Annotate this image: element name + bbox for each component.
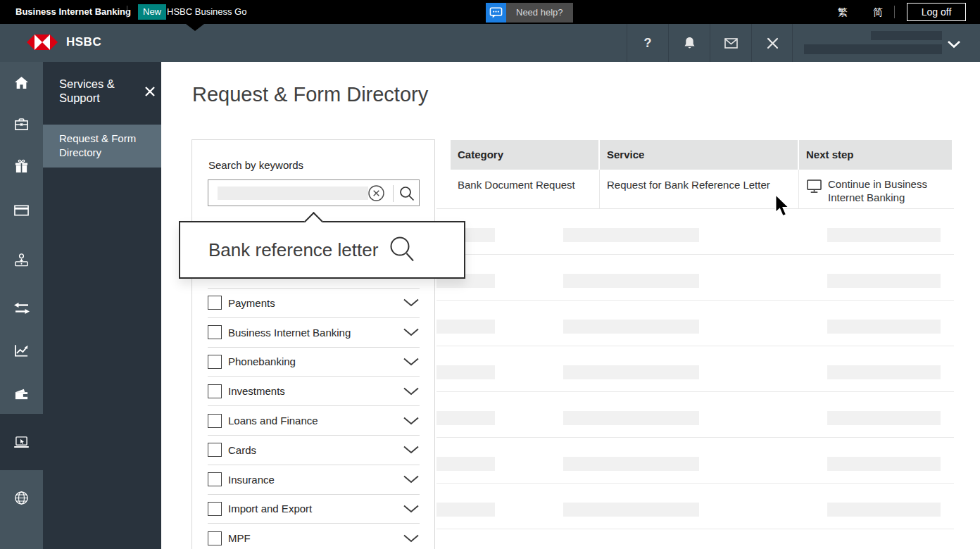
checkbox[interactable] (208, 443, 222, 457)
lang-simplified-chinese[interactable]: 简 (873, 0, 883, 24)
tools-icon (767, 37, 779, 49)
search-input[interactable] (208, 179, 420, 206)
checkbox[interactable] (208, 414, 222, 428)
chevron-down-icon[interactable] (403, 534, 420, 543)
cell-next-step: Continue in Business Internet Banking (799, 170, 952, 208)
bell-icon (684, 37, 696, 49)
column-header-next-step[interactable]: Next step (799, 140, 952, 170)
filter-row-import-and-export[interactable]: Import and Export (208, 494, 420, 524)
clear-search-button[interactable] (367, 184, 385, 205)
active-product-caret (186, 24, 204, 31)
rail-item-global[interactable] (0, 477, 43, 518)
skeleton-bar (563, 228, 699, 242)
account-number-placeholder (804, 44, 942, 54)
column-header-service[interactable]: Service (600, 140, 798, 170)
chevron-down-icon (947, 39, 961, 51)
chevron-down-icon[interactable] (403, 298, 420, 307)
next-step-link[interactable]: Continue in Business Internet Banking (828, 177, 938, 204)
rail-item-offers[interactable] (0, 146, 43, 187)
skeleton-bar (563, 365, 699, 379)
home-icon (14, 76, 29, 89)
rail-item-transfers[interactable] (0, 288, 43, 329)
search-value-placeholder (218, 187, 368, 200)
need-help-button[interactable]: Need help? (486, 3, 573, 23)
skeleton-bar (436, 365, 495, 379)
mouse-cursor (774, 194, 796, 220)
skeleton-bar (436, 411, 495, 425)
search-icon (398, 185, 415, 202)
need-help-label: Need help? (506, 3, 573, 23)
filter-row-investments[interactable]: Investments (208, 376, 420, 405)
rail-item-cheques[interactable] (0, 374, 43, 415)
checkbox[interactable] (208, 384, 222, 398)
filter-row-payments[interactable]: Payments (208, 288, 420, 317)
help-button[interactable]: ? (627, 24, 668, 62)
rail-item-service-requests[interactable] (0, 414, 43, 470)
messages-button[interactable] (710, 24, 751, 62)
hsbc-wordmark: HSBC (66, 35, 101, 49)
sidebar-item-request-form-directory[interactable]: Request & Form Directory (43, 125, 161, 168)
chevron-down-icon[interactable] (403, 328, 420, 336)
chat-bubble-icon (486, 3, 506, 23)
gift-icon (14, 159, 29, 174)
hsbc-business-go-link[interactable]: HSBC Business Go (167, 0, 246, 24)
filter-row-phonebanking[interactable]: Phonebanking (208, 347, 420, 377)
chevron-down-icon[interactable] (403, 505, 420, 513)
skeleton-bar (563, 274, 699, 288)
log-off-button[interactable]: Log off (907, 3, 966, 21)
chevron-down-icon[interactable] (403, 446, 420, 454)
filter-label: Import and Export (228, 503, 312, 515)
rail-item-cards[interactable] (0, 190, 43, 231)
filter-row-mpf[interactable]: MPF (208, 523, 420, 549)
filter-row-business-internet-banking[interactable]: Business Internet Banking (208, 317, 420, 347)
new-badge: New (138, 4, 166, 20)
filter-label: Loans and Finance (228, 415, 318, 427)
hsbc-logo[interactable]: HSBC (27, 34, 101, 50)
clear-circle-icon (367, 184, 385, 202)
rail-item-deposits[interactable] (0, 239, 43, 280)
filter-label: Cards (228, 444, 256, 456)
chevron-down-icon[interactable] (403, 387, 420, 396)
transfers-icon (14, 302, 30, 315)
skeleton-row (436, 301, 954, 346)
skeleton-bar (827, 320, 941, 334)
search-icon (388, 235, 416, 265)
close-panel-button[interactable] (144, 86, 156, 97)
filter-row-cards[interactable]: Cards (208, 435, 420, 465)
notifications-button[interactable] (668, 24, 710, 62)
skeleton-row (436, 484, 954, 529)
chevron-down-icon[interactable] (403, 417, 420, 425)
chevron-down-icon[interactable] (403, 358, 420, 366)
search-suggestion-tooltip[interactable]: Bank reference letter (179, 221, 465, 279)
table-row[interactable]: Bank Document Request Request for Bank R… (451, 170, 952, 208)
top-bar: Business Internet Banking New HSBC Busin… (0, 0, 980, 24)
column-header-category[interactable]: Category (451, 140, 598, 170)
skeleton-bar (827, 228, 941, 242)
checkbox[interactable] (208, 296, 222, 310)
rail-item-home[interactable] (0, 62, 43, 103)
tools-button[interactable] (751, 24, 793, 62)
lang-traditional-chinese[interactable]: 繁 (838, 0, 848, 24)
search-button[interactable] (398, 185, 415, 205)
divider (894, 6, 895, 18)
deposit-icon (14, 253, 29, 267)
cell-service: Request for Bank Reference Letter (600, 170, 799, 208)
checkbox[interactable] (208, 355, 222, 369)
account-selector[interactable] (792, 24, 980, 62)
skeleton-bar (827, 365, 941, 379)
checkbox[interactable] (208, 325, 222, 339)
wallet-icon (14, 388, 29, 400)
filter-row-loans-and-finance[interactable]: Loans and Finance (208, 405, 420, 435)
rail-item-analysis[interactable] (0, 330, 43, 371)
page-title: Request & Form Directory (192, 83, 428, 106)
hsbc-hexagon-icon (27, 34, 58, 50)
brand-business-internet-banking[interactable]: Business Internet Banking (15, 0, 131, 24)
skeleton-bar (436, 457, 495, 471)
rail-item-accounts[interactable] (0, 103, 43, 144)
checkbox[interactable] (208, 502, 222, 516)
filter-row-insurance[interactable]: Insurance (208, 465, 420, 494)
checkbox[interactable] (208, 472, 222, 486)
checkbox[interactable] (208, 531, 222, 545)
chevron-down-icon[interactable] (403, 475, 420, 484)
app-bar: HSBC ? (0, 24, 980, 62)
